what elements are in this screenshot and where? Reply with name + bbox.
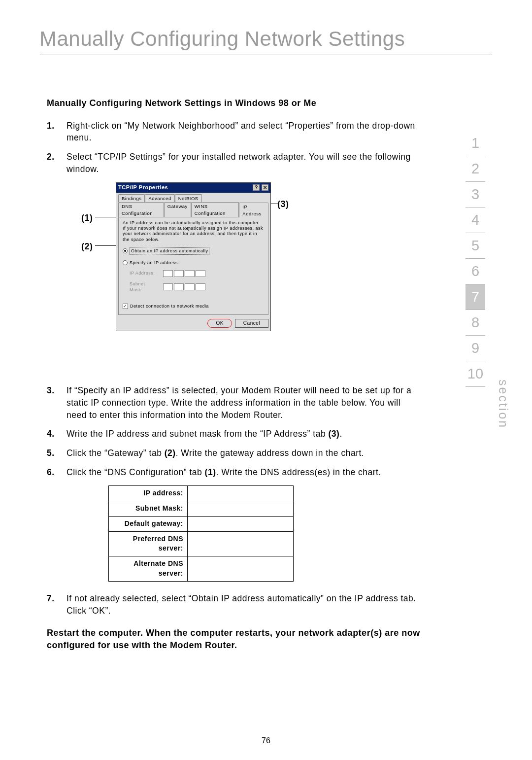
step-4-post: . bbox=[339, 429, 342, 439]
radio-specify-label: Specify an IP address: bbox=[130, 260, 179, 266]
nav-9[interactable]: 9 bbox=[466, 336, 485, 361]
step-4-bold: (3) bbox=[328, 429, 339, 439]
nav-3[interactable]: 3 bbox=[466, 182, 485, 207]
row-mask-label: Subnet Mask: bbox=[109, 501, 188, 516]
tab-ip-address[interactable]: IP Address bbox=[239, 203, 268, 217]
tab-dns-config[interactable]: DNS Configuration bbox=[118, 202, 164, 217]
subnet-mask-row: Subnet Mask: bbox=[123, 281, 264, 294]
nav-4[interactable]: 4 bbox=[466, 207, 485, 233]
section-label: section bbox=[496, 380, 510, 429]
tab-gateway[interactable]: Gateway bbox=[164, 202, 191, 217]
step-3: If “Specify an IP address” is selected, … bbox=[66, 384, 421, 421]
step-num-6: 6. bbox=[47, 466, 66, 479]
step-num-7: 7. bbox=[47, 592, 66, 617]
restart-note: Restart the computer. When the computer … bbox=[47, 627, 421, 652]
step-4: Write the IP address and subnet mask fro… bbox=[66, 428, 421, 440]
steps-list-cont: 3. If “Specify an IP address” is selecte… bbox=[47, 384, 421, 479]
radio-auto-dot bbox=[123, 248, 128, 253]
nav-5[interactable]: 5 bbox=[466, 233, 485, 259]
radio-specify-dot bbox=[123, 260, 128, 265]
row-pdns-label: Preferred DNS server: bbox=[109, 531, 188, 556]
dialog-panel: An IP address can be automatically assig… bbox=[118, 217, 268, 315]
step-6-bold: (1) bbox=[205, 467, 216, 477]
callout-3: (3) bbox=[277, 198, 289, 211]
detect-check[interactable]: ✓ Detect connection to network media bbox=[123, 303, 264, 310]
cancel-button[interactable]: Cancel bbox=[235, 319, 268, 328]
subnet-mask-label: Subnet Mask: bbox=[130, 281, 159, 294]
steps-list: 1. Right-click on “My Network Neighborho… bbox=[47, 120, 421, 175]
ip-info-table: IP address: Subnet Mask: Default gateway… bbox=[108, 485, 294, 582]
nav-8[interactable]: 8 bbox=[466, 310, 485, 336]
step-5-post: . Write the gateway address down in the … bbox=[176, 448, 365, 458]
radio-specify[interactable]: Specify an IP address: bbox=[123, 260, 264, 266]
step-num-1: 1. bbox=[47, 120, 66, 144]
step-6: Click the “DNS Configuration” tab (1). W… bbox=[66, 466, 421, 479]
step-num-4: 4. bbox=[47, 428, 66, 440]
row-gateway-label: Default gateway: bbox=[109, 516, 188, 531]
step-7: If not already selected, select “Obtain … bbox=[66, 592, 421, 617]
row-mask-val bbox=[188, 501, 294, 516]
steps-list-final: 7. If not already selected, select “Obta… bbox=[47, 592, 421, 617]
nav-1[interactable]: 1 bbox=[466, 131, 485, 156]
tab-advanced[interactable]: Advanced bbox=[145, 194, 174, 202]
content-area: Manually Configuring Network Settings in… bbox=[0, 55, 532, 652]
step-5-pre: Click the “Gateway” tab bbox=[66, 448, 165, 458]
ip-address-row: IP Address: bbox=[123, 270, 264, 277]
dialog-buttons: OK Cancel bbox=[116, 319, 270, 331]
nav-10[interactable]: 10 bbox=[466, 361, 485, 387]
section-nav: 1 2 3 4 5 6 7 8 9 10 bbox=[466, 131, 485, 387]
step-2: Select “TCP/IP Settings” for your instal… bbox=[66, 151, 421, 175]
page-number: 76 bbox=[0, 736, 532, 745]
table-row: Default gateway: bbox=[109, 516, 294, 531]
table-row: Subnet Mask: bbox=[109, 501, 294, 516]
subnet-mask-field[interactable] bbox=[163, 283, 205, 290]
radio-auto[interactable]: Obtain an IP address automatically bbox=[123, 247, 264, 255]
dialog-desc: An IP address can be automatically assig… bbox=[123, 220, 264, 242]
table-row: Preferred DNS server: bbox=[109, 531, 294, 556]
cursor-icon: ↖ bbox=[185, 225, 191, 234]
detect-checkbox: ✓ bbox=[123, 304, 128, 309]
help-icon[interactable]: ? bbox=[253, 184, 260, 191]
step-1: Right-click on “My Network Neighborhood”… bbox=[66, 120, 421, 144]
ok-button[interactable]: OK bbox=[207, 319, 232, 328]
step-6-pre: Click the “DNS Configuration” tab bbox=[66, 467, 205, 477]
nav-7[interactable]: 7 bbox=[466, 284, 485, 310]
table-row: Alternate DNS server: bbox=[109, 556, 294, 582]
step-5: Click the “Gateway” tab (2). Write the g… bbox=[66, 447, 421, 459]
row-ip-val bbox=[188, 485, 294, 501]
tab-bindings[interactable]: Bindings bbox=[118, 194, 145, 202]
step-6-post: . Write the DNS address(es) in the chart… bbox=[216, 467, 381, 477]
row-gateway-val bbox=[188, 516, 294, 531]
step-num-2: 2. bbox=[47, 151, 66, 175]
tcpip-figure: (1) (2) (3) TCP/IP Properties ? ✕ Bindin… bbox=[71, 182, 303, 375]
row-adns-label: Alternate DNS server: bbox=[109, 556, 188, 582]
ip-address-label: IP Address: bbox=[130, 270, 159, 276]
radio-auto-label: Obtain an IP address automatically bbox=[130, 247, 209, 255]
page-title: Manually Configuring Network Settings bbox=[0, 0, 532, 55]
nav-6[interactable]: 6 bbox=[466, 259, 485, 284]
tcpip-dialog: TCP/IP Properties ? ✕ Bindings Advanced … bbox=[116, 182, 271, 331]
step-num-5: 5. bbox=[47, 447, 66, 459]
nav-2[interactable]: 2 bbox=[466, 156, 485, 182]
detect-label: Detect connection to network media bbox=[130, 303, 209, 310]
row-pdns-val bbox=[188, 531, 294, 556]
table-row: IP address: bbox=[109, 485, 294, 501]
tab-wins-config[interactable]: WINS Configuration bbox=[191, 202, 239, 217]
row-adns-val bbox=[188, 556, 294, 582]
ip-address-field[interactable] bbox=[163, 270, 205, 277]
step-5-bold: (2) bbox=[165, 448, 176, 458]
callout-1: (1) bbox=[81, 212, 93, 225]
callout-2: (2) bbox=[81, 241, 93, 253]
close-icon[interactable]: ✕ bbox=[262, 184, 268, 191]
dialog-tabs: Bindings Advanced NetBIOS DNS Configurat… bbox=[116, 193, 270, 217]
dialog-titlebar: TCP/IP Properties ? ✕ bbox=[116, 183, 270, 193]
step-num-3: 3. bbox=[47, 384, 66, 421]
dialog-title: TCP/IP Properties bbox=[118, 184, 168, 192]
row-ip-label: IP address: bbox=[109, 485, 188, 501]
sub-heading: Manually Configuring Network Settings in… bbox=[47, 97, 421, 110]
tab-netbios[interactable]: NetBIOS bbox=[175, 194, 202, 202]
step-4-pre: Write the IP address and subnet mask fro… bbox=[66, 429, 328, 439]
